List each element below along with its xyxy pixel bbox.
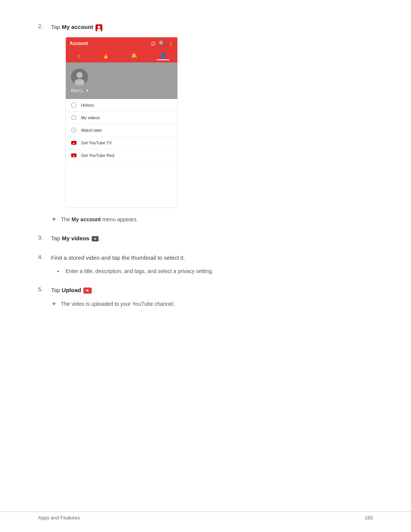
step-2-note: ❖ The My account menu appears. xyxy=(52,216,373,224)
menu-item-myvideos: My videos xyxy=(66,112,177,124)
step-2-text: Tap My account . xyxy=(51,23,105,32)
more-icon: ⋮ xyxy=(168,40,174,46)
account-nav-icon: 👤 xyxy=(157,52,169,60)
empty-space xyxy=(66,162,177,208)
step-4-number: 4. xyxy=(38,254,46,260)
step-4: 4. Find a stored video and tap the thumb… xyxy=(38,254,373,276)
page-footer: Apps and Features 165 xyxy=(0,511,411,521)
menu-item-watchlater: Watch later xyxy=(66,124,177,137)
app-nav: ⌂ 🔥 🔔 👤 xyxy=(66,50,177,62)
menu-item-youtubered: Get YouTube Red xyxy=(66,149,177,162)
step-2-note-text: The My account menu appears. xyxy=(61,216,138,224)
menu-list: History My videos Watch later xyxy=(66,99,177,208)
my-account-icon xyxy=(96,23,102,32)
step-4-bullet: ▪ Enter a title, description, and tags, … xyxy=(57,267,373,275)
myvideos-icon xyxy=(71,115,76,120)
step-2: 2. Tap My account . Account xyxy=(38,23,373,224)
step-4-text: Find a stored video and tap the thumbnai… xyxy=(51,254,185,262)
avatar xyxy=(71,69,88,85)
step-5-label: Upload xyxy=(62,287,81,293)
watchlater-icon xyxy=(71,128,76,133)
step-3-number: 3. xyxy=(38,234,46,241)
app-screenshot: Account ⊡ 🔍 ⋮ ⌂ 🔥 🔔 👤 xyxy=(65,37,178,208)
diamond-icon: ❖ xyxy=(52,216,57,222)
upload-icon xyxy=(83,288,92,294)
home-nav-icon: ⌂ xyxy=(74,52,83,60)
step-2-label: My account xyxy=(62,24,93,30)
subscriptions-nav-icon: 🔔 xyxy=(128,52,140,60)
trending-nav-icon: 🔥 xyxy=(99,52,112,60)
step-5-text: Tap Upload . xyxy=(51,286,94,295)
profile-area: Rich L. ▼ xyxy=(66,62,177,99)
step-5-note: ❖ The video is uploaded to your YouTube … xyxy=(52,300,373,308)
svg-point-1 xyxy=(98,26,100,28)
menu-item-youtubetv: Get YouTube TV xyxy=(66,137,177,149)
youtubetv-icon xyxy=(71,140,76,145)
step-5-number: 5. xyxy=(38,286,46,292)
svg-point-4 xyxy=(76,72,83,78)
my-account-bold: My account xyxy=(72,216,101,222)
step-2-number: 2. xyxy=(38,23,46,29)
menu-item-label: Watch later xyxy=(81,128,102,133)
bullet-icon: ▪ xyxy=(57,268,62,274)
footer-left: Apps and Features xyxy=(38,515,80,521)
app-header: Account ⊡ 🔍 ⋮ xyxy=(66,37,177,50)
history-icon xyxy=(71,102,76,108)
diamond-icon-2: ❖ xyxy=(52,301,57,307)
search-icon: 🔍 xyxy=(159,40,165,46)
step-3-label: My videos xyxy=(62,235,89,241)
step-5: 5. Tap Upload . ❖ The video is uploaded … xyxy=(38,286,373,308)
profile-name: Rich L. ▼ xyxy=(71,88,89,93)
menu-item-history: History xyxy=(66,99,177,112)
dropdown-arrow-icon: ▼ xyxy=(86,89,89,93)
youtubered-icon xyxy=(71,153,76,158)
cast-icon: ⊡ xyxy=(151,40,156,46)
menu-item-label: My videos xyxy=(81,115,100,120)
menu-item-label: Get YouTube TV xyxy=(81,141,112,145)
step-5-note-text: The video is uploaded to your YouTube ch… xyxy=(61,300,175,308)
app-header-title: Account xyxy=(70,41,88,46)
step-4-bullet-text: Enter a title, description, and tags, an… xyxy=(65,267,213,275)
step-3-text: Tap My videos . xyxy=(51,234,101,243)
footer-right: 165 xyxy=(365,515,373,521)
step-3: 3. Tap My videos . xyxy=(38,234,373,243)
menu-item-label: History xyxy=(81,103,94,107)
app-header-icons: ⊡ 🔍 ⋮ xyxy=(151,40,174,46)
my-videos-icon xyxy=(92,236,99,241)
menu-item-label: Get YouTube Red xyxy=(81,153,114,158)
